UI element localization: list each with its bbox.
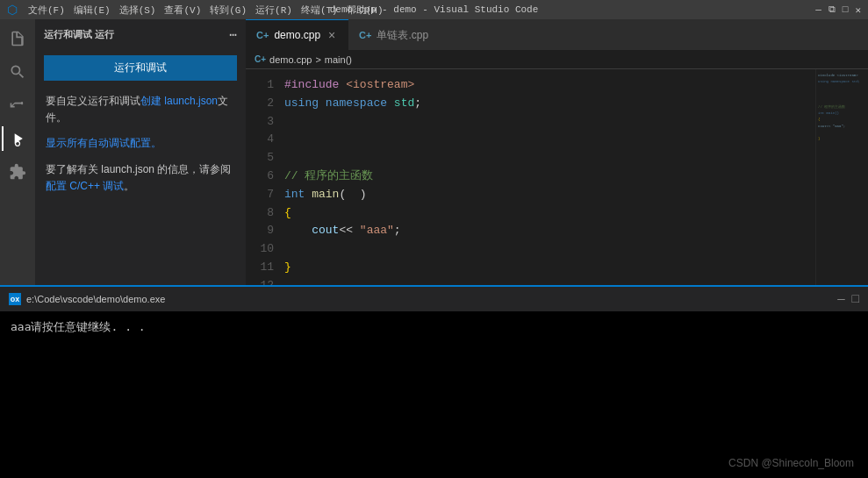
config-link[interactable]: 配置 C/C++ 调试 — [46, 180, 124, 192]
sidebar-title: 运行和调试 运行 — [44, 28, 114, 41]
minimap: #include <iostream> using namespace std;… — [815, 69, 868, 285]
sidebar-more-icon[interactable]: ⋯ — [230, 27, 237, 42]
activity-run[interactable] — [2, 123, 33, 154]
maximize-btn[interactable]: □ — [843, 4, 849, 15]
menu-run[interactable]: 运行(R) — [255, 4, 292, 17]
terminal-output: aaa请按任意键继续. . . — [11, 320, 146, 333]
sidebar: 运行和调试 运行 ⋯ 运行和调试 要自定义运行和调试创建 launch.json… — [35, 19, 246, 285]
launch-json-link[interactable]: 创建 launch.json — [140, 95, 218, 107]
menu-view[interactable]: 查看(V) — [164, 4, 201, 17]
terminal-body: aaa请按任意键继续. . . — [0, 311, 868, 478]
editor-area: C+ demo.cpp × C+ 单链表.cpp C+ demo.cpp > m… — [246, 19, 868, 285]
terminal-title: ox e:\Code\vscode\demo\demo.exe — [9, 293, 165, 305]
sidebar-para3-text1: 要了解有关 launch.json 的信息，请参阅 — [46, 163, 231, 175]
terminal-icon: ox — [9, 293, 21, 305]
terminal-path: e:\Code\vscode\demo\demo.exe — [26, 294, 165, 304]
watermark: CSDN @Shinecoln_Bloom — [728, 457, 854, 469]
close-btn[interactable]: ✕ — [855, 4, 861, 16]
title-bar: ⬡ 文件(F) 编辑(E) 选择(S) 查看(V) 转到(G) 运行(R) 终端… — [0, 0, 868, 19]
tab-label-linked: 单链表.cpp — [377, 28, 428, 43]
activity-bar — [0, 19, 35, 285]
window-controls: — ⧉ □ ✕ — [815, 4, 861, 16]
terminal-minimize[interactable]: — — [837, 292, 844, 306]
activity-extensions[interactable] — [2, 156, 33, 188]
title-bar-left: ⬡ 文件(F) 编辑(E) 选择(S) 查看(V) 转到(G) 运行(R) 终端… — [7, 3, 384, 18]
sidebar-para3-text2: 。 — [124, 180, 134, 192]
tab-close-demo[interactable]: × — [326, 29, 338, 41]
tab-demo-cpp[interactable]: C+ demo.cpp × — [246, 19, 348, 50]
terminal-controls: — □ — [837, 292, 859, 306]
tab-bar: C+ demo.cpp × C+ 单链表.cpp — [246, 19, 868, 50]
breadcrumb-func[interactable]: main() — [325, 54, 352, 65]
menu-edit[interactable]: 编辑(E) — [74, 4, 111, 17]
sidebar-header: 运行和调试 运行 ⋯ — [35, 19, 246, 50]
code-content[interactable]: #include <iostream> using namespace std;… — [281, 69, 815, 285]
tab-label-demo: demo.cpp — [274, 29, 320, 41]
terminal-maximize[interactable]: □ — [852, 292, 859, 306]
breadcrumb-file[interactable]: demo.cpp — [269, 54, 312, 65]
svg-point-0 — [16, 141, 20, 146]
sidebar-para1-text1: 要自定义运行和调试 — [46, 95, 140, 107]
window-title: demo.cpp - demo - Visual Studio Code — [330, 4, 539, 15]
tab-linked-list[interactable]: C+ 单链表.cpp — [348, 19, 439, 50]
tab-icon-linked: C+ — [359, 30, 371, 40]
menu-select[interactable]: 选择(S) — [119, 4, 156, 17]
sidebar-content: 要自定义运行和调试创建 launch.json文件。 显示所有自动调试配置。 要… — [35, 86, 246, 210]
run-debug-button[interactable]: 运行和调试 — [44, 55, 237, 81]
activity-search[interactable] — [2, 56, 33, 88]
breadcrumb: C+ demo.cpp > main() — [246, 50, 868, 69]
auto-debug-link[interactable]: 显示所有自动调试配置。 — [46, 137, 161, 149]
bottom-wrapper: ox e:\Code\vscode\demo\demo.exe — □ aaa请… — [0, 285, 868, 478]
menu-goto[interactable]: 转到(G) — [210, 4, 247, 17]
minimize-btn[interactable]: — — [815, 4, 821, 15]
breadcrumb-icon: C+ — [255, 54, 266, 64]
menu-file[interactable]: 文件(F) — [28, 4, 65, 17]
activity-files[interactable] — [2, 23, 33, 54]
terminal-panel: ox e:\Code\vscode\demo\demo.exe — □ aaa请… — [0, 285, 868, 478]
activity-source-control[interactable] — [2, 89, 33, 121]
sidebar-para3: 要了解有关 launch.json 的信息，请参阅配置 C/C++ 调试。 — [46, 161, 235, 195]
restore-btn[interactable]: ⧉ — [829, 4, 836, 15]
line-numbers: 12345 678910 1112 — [246, 69, 281, 285]
main-container: 运行和调试 运行 ⋯ 运行和调试 要自定义运行和调试创建 launch.json… — [0, 19, 868, 285]
app-icon: ⬡ — [7, 3, 18, 18]
tab-icon-demo: C+ — [256, 30, 269, 40]
sidebar-para1: 要自定义运行和调试创建 launch.json文件。 — [46, 93, 235, 126]
terminal-title-bar: ox e:\Code\vscode\demo\demo.exe — □ — [0, 287, 868, 311]
breadcrumb-sep: > — [315, 54, 320, 65]
sidebar-header-icons: ⋯ — [230, 27, 237, 42]
sidebar-para2: 显示所有自动调试配置。 — [46, 135, 235, 152]
code-editor[interactable]: 12345 678910 1112 #include <iostream> us… — [246, 69, 868, 285]
